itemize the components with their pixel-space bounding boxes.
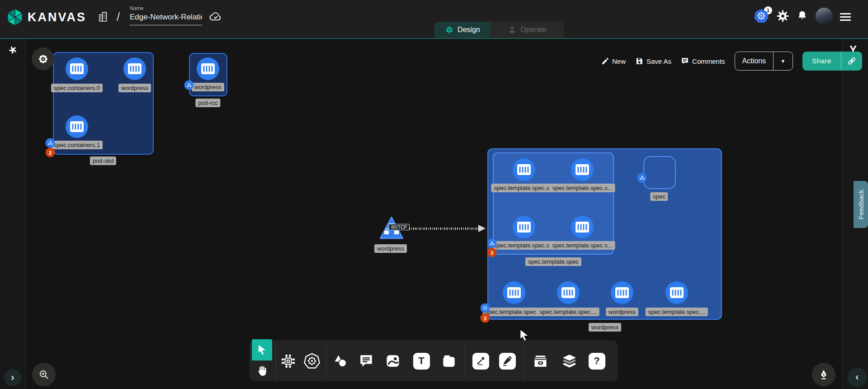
app-header: KANVAS / Name Design bbox=[0, 0, 868, 39]
pan-tool-button[interactable] bbox=[252, 361, 272, 380]
pod-tree-icon bbox=[47, 140, 53, 146]
mode-tabs: Design Operate bbox=[434, 22, 564, 38]
group-label: pod-rcc bbox=[195, 99, 220, 107]
mouse-cursor bbox=[519, 329, 530, 343]
left-sidebar-rail bbox=[0, 39, 26, 389]
text-tool-button[interactable]: T bbox=[412, 352, 430, 370]
k8s-context-icon[interactable] bbox=[754, 9, 769, 25]
pod-resource-badge bbox=[487, 239, 497, 248]
pod-resource-badge bbox=[46, 138, 55, 148]
tab-design-label: Design bbox=[458, 26, 480, 34]
pen-path-icon bbox=[472, 353, 489, 370]
settings-gear-icon[interactable] bbox=[777, 10, 789, 24]
node-label: wordpress bbox=[192, 83, 224, 91]
comment-bubble-icon bbox=[359, 353, 374, 369]
container-node[interactable] bbox=[571, 158, 594, 181]
node-label: spec.template.spec.... bbox=[483, 308, 545, 316]
node-label: wordpress bbox=[118, 84, 151, 92]
container-node[interactable] bbox=[66, 115, 88, 138]
kanvas-hexagon-icon bbox=[6, 8, 24, 26]
container-node[interactable] bbox=[513, 158, 535, 181]
kubernetes-helm-icon bbox=[303, 352, 321, 370]
group-label: wordpress bbox=[589, 323, 621, 332]
container-node[interactable] bbox=[665, 281, 688, 304]
new-button[interactable]: New bbox=[601, 57, 626, 65]
toolbar-divider bbox=[524, 342, 524, 379]
node-label: spec.template.spec.s... bbox=[550, 241, 615, 250]
layers-icon bbox=[561, 353, 578, 370]
select-tool-button[interactable] bbox=[252, 339, 272, 361]
new-label: New bbox=[612, 57, 626, 65]
zoom-in-button[interactable] bbox=[32, 363, 56, 386]
comments-label: Comments bbox=[692, 57, 725, 65]
layers-tool-button[interactable] bbox=[560, 352, 578, 370]
container-node[interactable] bbox=[513, 216, 535, 238]
magnifier-plus-icon bbox=[38, 369, 50, 380]
pen-mode-button[interactable] bbox=[812, 363, 835, 386]
design-name-input[interactable] bbox=[130, 12, 202, 25]
floppy-save-icon bbox=[635, 57, 643, 65]
comment-icon bbox=[681, 57, 689, 65]
text-tool-letter: T bbox=[413, 353, 430, 370]
freehand-draw-tool-button[interactable] bbox=[498, 352, 516, 370]
count-badge: 3 bbox=[487, 248, 497, 257]
share-split-button: Share bbox=[802, 52, 862, 71]
feedback-tab[interactable]: Feedback bbox=[854, 181, 868, 228]
kanvas-logo[interactable]: KANVAS bbox=[6, 8, 86, 26]
expand-left-panel-button[interactable]: › bbox=[4, 369, 21, 386]
edge-port-label: 80/TCP bbox=[389, 224, 410, 230]
container-node[interactable] bbox=[123, 57, 146, 80]
shapes-icon bbox=[332, 353, 349, 369]
save-as-label: Save As bbox=[646, 57, 671, 65]
collapse-right-panel-button[interactable]: ‹ bbox=[847, 367, 867, 387]
tab-design[interactable]: Design bbox=[434, 22, 491, 38]
comment-tool-button[interactable] bbox=[357, 352, 375, 370]
group-label: spec.template.spec bbox=[525, 257, 581, 266]
copy-link-button[interactable] bbox=[841, 56, 862, 66]
image-tool-button[interactable] bbox=[384, 352, 402, 370]
saved-designs-tool-button[interactable] bbox=[531, 352, 549, 370]
kubernetes-tool-button[interactable] bbox=[303, 352, 321, 370]
edge-arrowhead bbox=[478, 225, 486, 232]
container-node[interactable] bbox=[611, 281, 633, 304]
node-label: wordpress bbox=[374, 244, 407, 253]
user-avatar[interactable] bbox=[816, 8, 833, 25]
toolbar-divider bbox=[326, 342, 326, 379]
container-node[interactable] bbox=[571, 216, 594, 238]
help-question-icon: ? bbox=[589, 353, 605, 370]
toolbar-divider bbox=[465, 342, 465, 379]
flower-asterisk-icon bbox=[38, 53, 49, 65]
logo-text: KANVAS bbox=[28, 10, 86, 24]
organization-icon[interactable] bbox=[97, 11, 109, 24]
tab-operate[interactable]: Operate bbox=[491, 22, 564, 38]
help-tool-button[interactable]: ? bbox=[588, 352, 606, 370]
count-badge: 3 bbox=[481, 313, 490, 323]
save-as-button[interactable]: Save As bbox=[635, 57, 671, 65]
pen-path-tool-button[interactable] bbox=[472, 352, 490, 370]
actions-label[interactable]: Actions bbox=[735, 57, 773, 65]
comments-button[interactable]: Comments bbox=[681, 57, 725, 65]
canvas-config-button[interactable] bbox=[32, 47, 54, 70]
board-tool-button[interactable] bbox=[440, 352, 458, 370]
node-spec[interactable] bbox=[643, 156, 676, 189]
share-label[interactable]: Share bbox=[802, 57, 841, 65]
notifications-bell-icon[interactable] bbox=[797, 10, 808, 23]
group-spec-template-spec[interactable] bbox=[493, 152, 614, 255]
edge-service-to-deployment[interactable] bbox=[405, 228, 479, 230]
actions-dropdown-caret[interactable]: ▼ bbox=[774, 58, 793, 64]
toolbar-divider bbox=[275, 342, 276, 379]
container-node[interactable] bbox=[557, 281, 580, 304]
cursor-arrow-icon bbox=[256, 344, 268, 356]
container-node[interactable] bbox=[66, 57, 88, 80]
node-label: spec bbox=[650, 192, 668, 201]
hamburger-menu-icon[interactable] bbox=[840, 13, 851, 23]
container-node[interactable] bbox=[197, 57, 219, 80]
design-name-field: Name bbox=[130, 5, 202, 25]
group-label: pod-skd bbox=[90, 157, 116, 165]
cloud-saved-icon bbox=[209, 10, 222, 24]
pod-resource-badge bbox=[637, 173, 647, 183]
shapes-tool-button[interactable] bbox=[331, 352, 349, 370]
integrations-tool-button[interactable] bbox=[279, 352, 297, 370]
breadcrumb-slash: / bbox=[117, 10, 120, 24]
container-node[interactable] bbox=[503, 281, 525, 304]
